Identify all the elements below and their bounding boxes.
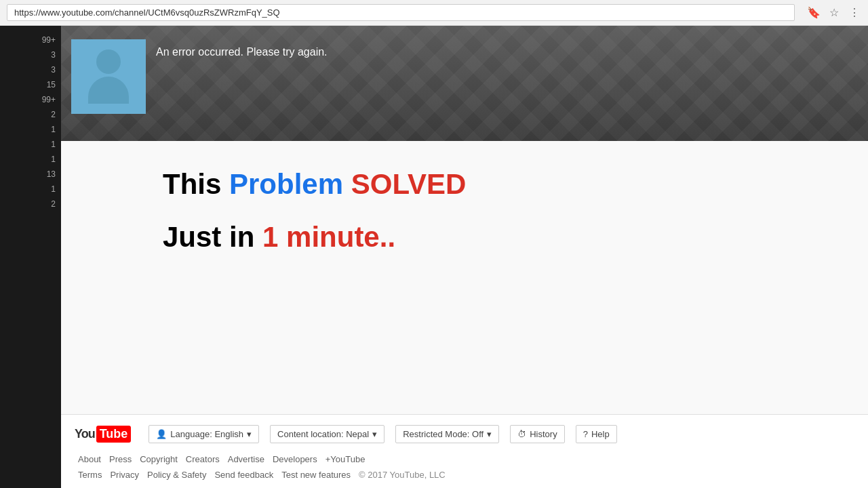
sidebar-item-2-2[interactable]: 2 [0, 197, 61, 211]
footer-link-creators[interactable]: Creators [182, 453, 223, 466]
sidebar: 99+ 3 3 15 99+ 2 1 1 1 13 1 2 [0, 26, 61, 488]
help-icon: ? [583, 429, 588, 439]
main-text-area: This Problem SOLVED Just in 1 minute.. [61, 141, 868, 414]
address-bar-row: 🔖 ☆ ⋮ [0, 0, 868, 26]
avatar-body [88, 77, 129, 104]
bookmark-icon[interactable]: 🔖 [807, 6, 821, 20]
dropdown-arrow-restricted: ▾ [487, 429, 492, 439]
history-button[interactable]: ⏱ History [510, 425, 564, 443]
headline: This Problem SOLVED [163, 168, 466, 201]
avatar-person [88, 49, 129, 104]
footer-link-test-features[interactable]: Test new features [278, 468, 354, 481]
subheadline: Just in 1 minute.. [163, 221, 395, 253]
help-label: Help [591, 429, 610, 439]
sidebar-item-15[interactable]: 15 [0, 77, 61, 92]
dropdown-arrow-language: ▾ [247, 429, 252, 439]
dropdown-arrow-location: ▾ [372, 429, 377, 439]
channel-avatar [71, 39, 146, 114]
history-label: History [530, 429, 557, 439]
channel-banner: An error occurred. Please try again. [61, 26, 868, 141]
headline-red: SOLVED [351, 168, 467, 200]
logo-tube: Tube [96, 426, 132, 443]
sidebar-item-1-2[interactable]: 1 [0, 137, 61, 152]
sidebar-item-1-3[interactable]: 1 [0, 152, 61, 167]
sidebar-item-13[interactable]: 13 [0, 167, 61, 182]
footer-link-feedback[interactable]: Send feedback [211, 468, 277, 481]
page-content: An error occurred. Please try again. Thi… [61, 26, 868, 488]
sidebar-item-99plus-2[interactable]: 99+ [0, 92, 61, 107]
history-icon: ⏱ [517, 429, 526, 439]
language-label: Language: English [170, 429, 243, 439]
error-message: An error occurred. Please try again. [156, 46, 328, 58]
footer-link-terms[interactable]: Terms [75, 468, 105, 481]
sidebar-item-3-2[interactable]: 3 [0, 62, 61, 77]
menu-icon[interactable]: ⋮ [848, 6, 861, 20]
footer-copyright: © 2017 YouTube, LLC [355, 468, 449, 481]
logo-you: You [75, 427, 95, 441]
headline-static: This [163, 168, 221, 200]
footer-link-policy[interactable]: Policy & Safety [144, 468, 210, 481]
footer-link-copyright[interactable]: Copyright [136, 453, 181, 466]
address-bar[interactable] [7, 4, 795, 21]
footer-link-privacy[interactable]: Privacy [106, 468, 142, 481]
sidebar-item-1-4[interactable]: 1 [0, 182, 61, 197]
main-layout: 99+ 3 3 15 99+ 2 1 1 1 13 1 2 An error o… [0, 26, 868, 488]
restricted-mode-button[interactable]: Restricted Mode: Off ▾ [395, 425, 499, 443]
sub-static: Just in [163, 221, 254, 253]
browser-chrome: 🔖 ☆ ⋮ [0, 0, 868, 26]
sidebar-item-2-1[interactable]: 2 [0, 107, 61, 122]
footer-link-developers[interactable]: Developers [269, 453, 321, 466]
footer-links-row2: Terms Privacy Policy & Safety Send feedb… [75, 468, 854, 481]
star-icon[interactable]: ☆ [827, 6, 841, 20]
footer-link-press[interactable]: Press [106, 453, 135, 466]
footer: YouTube 👤 Language: English ▾ Content lo… [61, 414, 868, 488]
browser-icons: 🔖 ☆ ⋮ [807, 6, 861, 20]
person-icon: 👤 [156, 429, 167, 439]
footer-link-advertise[interactable]: Advertise [224, 453, 268, 466]
headline-blue: Problem [229, 168, 343, 200]
youtube-logo[interactable]: YouTube [75, 426, 131, 443]
avatar-head [96, 49, 121, 74]
sub-red: 1 minute.. [262, 221, 395, 253]
banner-background [61, 26, 868, 141]
restricted-label: Restricted Mode: Off [403, 429, 484, 439]
sidebar-item-1-1[interactable]: 1 [0, 122, 61, 137]
footer-top: YouTube 👤 Language: English ▾ Content lo… [75, 425, 854, 443]
language-button[interactable]: 👤 Language: English ▾ [149, 425, 259, 443]
location-button[interactable]: Content location: Nepal ▾ [270, 425, 384, 443]
footer-link-youtube-plus[interactable]: +YouTube [322, 453, 369, 466]
sidebar-item-3-1[interactable]: 3 [0, 47, 61, 62]
sidebar-item-99plus-1[interactable]: 99+ [0, 33, 61, 47]
footer-link-about[interactable]: About [75, 453, 104, 466]
help-button[interactable]: ? Help [576, 425, 617, 443]
footer-links-row1: About Press Copyright Creators Advertise… [75, 453, 854, 466]
location-label: Content location: Nepal [277, 429, 369, 439]
